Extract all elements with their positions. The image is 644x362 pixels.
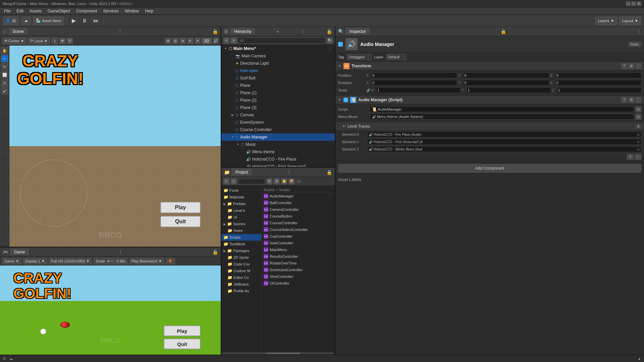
sun-gizmo[interactable]: ☀ [187, 38, 193, 44]
translate-gizmo[interactable]: ⊕ [165, 38, 171, 44]
hierarchy-canvas[interactable]: ▶ ⬡ Canvas [221, 111, 335, 119]
menu-music-target-btn[interactable]: ⊙ [635, 114, 641, 120]
hierarchy-fire-place[interactable]: 🔊 HoliznaCCO - Fire Place [221, 156, 335, 163]
rotate-tool[interactable]: ↻ [67, 38, 73, 44]
project-packages-icon[interactable]: 📦 [288, 178, 294, 184]
project-search-input[interactable] [238, 178, 265, 184]
file-results[interactable]: C# ResultsController [262, 253, 335, 260]
audio-toggle[interactable]: 🔊 [213, 38, 219, 44]
hierarchy-menu-button[interactable]: ⋮ [301, 29, 305, 34]
object-name[interactable]: Audio Manager [360, 42, 625, 47]
hierarchy-plane-3[interactable]: ⬡ Plane (3) [221, 104, 335, 111]
folder-materials[interactable]: 📁 Materials [221, 194, 261, 200]
step-button[interactable]: ⏭ [91, 18, 101, 24]
menu-window[interactable]: Window [122, 8, 142, 14]
cloud-button[interactable]: ☁ [21, 16, 31, 25]
element-1-del[interactable]: ⊙ [637, 140, 640, 144]
scene-options[interactable]: ⋮ [328, 47, 332, 51]
effects-gizmo[interactable]: ✦ [195, 38, 201, 44]
game-quit-button[interactable]: Quit [164, 339, 201, 349]
audio-manager-component-header[interactable]: ▼ ✓ 📜 Audio Manager (Script) ? ⚙ ⋮ [335, 96, 644, 104]
audio-manager-settings-btn[interactable]: ⚙ [628, 97, 634, 103]
folder-textmesh[interactable]: 📁 TextMesh [221, 241, 261, 247]
project-lock-button[interactable]: 🔒 [326, 170, 332, 175]
resolution-dropdown[interactable]: Full HD (644x362) ▼ [49, 258, 92, 264]
scale-control[interactable]: Scale ●── 0.38x [93, 258, 128, 264]
scale-z-input[interactable] [557, 87, 641, 93]
transform-component-header[interactable]: ▼ ⊞ Transform ? ⚙ ⋮ [335, 62, 644, 70]
hierarchy-add-button[interactable]: + [276, 29, 279, 34]
file-course-select[interactable]: C# CourseSelectController [262, 226, 335, 233]
project-add-icon[interactable]: + [223, 178, 229, 184]
game-source-dropdown[interactable]: Game ▼ [2, 258, 21, 264]
menu-services[interactable]: Services [100, 8, 121, 14]
folder-holes[interactable]: 📁 Holes [221, 227, 261, 234]
element-2-source[interactable]: 🔊 HoliznaCCO - Winter Blues (Aud ⊙ [367, 146, 641, 152]
play-button[interactable]: ▶ [70, 17, 78, 24]
audio-manager-help-btn[interactable]: ? [621, 97, 627, 103]
display-dropdown[interactable]: Display 1 ▼ [23, 258, 47, 264]
rotation-y-input[interactable] [463, 80, 549, 86]
transform-help-btn[interactable]: ? [621, 63, 627, 69]
level-tracks-add-btn[interactable]: + [627, 154, 634, 160]
rotate-gizmo[interactable]: ◎ [172, 38, 178, 44]
file-ui-controller[interactable]: C# UIController [262, 280, 335, 287]
inspector-menu-button[interactable]: ⋮ [637, 29, 641, 34]
project-tab[interactable]: Project [232, 169, 252, 175]
script-target-btn[interactable]: ⊙ [635, 106, 641, 112]
game-play-button[interactable]: Play [164, 325, 201, 336]
scene-lock-button[interactable]: 🔒 [212, 29, 218, 34]
layout-dropdown[interactable]: Layout ▼ [619, 16, 641, 25]
hierarchy-golf-ball[interactable]: ⬡ Golf Ball [221, 74, 335, 82]
menu-help[interactable]: Help [142, 8, 156, 14]
project-star-icon[interactable]: ⭐ [281, 178, 287, 184]
hierarchy-plane-1[interactable]: ⬡ Plane (1) [221, 89, 335, 97]
tag-dropdown[interactable]: Untagged [347, 54, 372, 60]
hierarchy-tab[interactable]: Hierarchy [230, 28, 255, 35]
2d-button[interactable]: 2D [202, 38, 211, 44]
scale-x-input[interactable] [376, 87, 461, 93]
position-z-input[interactable] [555, 72, 641, 78]
scene-menu-button[interactable]: ⋮ [118, 29, 122, 34]
pause-button[interactable]: ⏸ [80, 18, 89, 24]
folder-code-cov[interactable]: 📁 Code Cov [221, 261, 261, 267]
project-filter-icon[interactable]: ≡ [231, 178, 237, 184]
project-scrollbar-thumb[interactable] [267, 353, 300, 354]
menu-gameobject[interactable]: GameObject [45, 8, 73, 14]
position-y-input[interactable] [463, 72, 549, 78]
folder-scenes[interactable]: ▶ 📁 Scenes [221, 221, 261, 227]
level-tracks-header[interactable]: ▼ Level Tracks 3 [335, 122, 644, 131]
hierarchy-audio-manager[interactable]: ▼ ⬡ Audio Manager [221, 133, 335, 141]
menu-music-value[interactable]: 🔊 Menu theme (Audio Source) [370, 114, 634, 120]
hierarchy-plane[interactable]: ⬡ Plane [221, 82, 335, 89]
hierarchy-filter-icon[interactable]: ≡ [231, 38, 237, 44]
file-shot-controller[interactable]: C# ShotController [262, 273, 335, 280]
file-course-controller[interactable]: C# CourseController [262, 220, 335, 226]
folder-2d-sprite[interactable]: 📁 2D Sprite [221, 254, 261, 261]
folder-level-k[interactable]: 📁 Level k [221, 207, 261, 214]
hierarchy-hole-open[interactable]: ⬡ hole-open [221, 67, 335, 74]
hierarchy-main-camera[interactable]: 📷 Main Camera [221, 52, 335, 60]
project-menu-button[interactable]: ⋮ [287, 170, 291, 175]
position-x-input[interactable] [371, 72, 457, 78]
folder-custom-m[interactable]: 📁 Custom M [221, 267, 261, 274]
folder-fonts[interactable]: 📁 Fonts [221, 187, 261, 194]
hierarchy-search-icon[interactable]: 🔍 [327, 38, 333, 44]
minimize-button[interactable]: ─ [626, 1, 631, 6]
folder-prefabs[interactable]: ▶ 📁 Prefabs [221, 200, 261, 207]
hierarchy-directional-light[interactable]: ☀ Directional Light [221, 60, 335, 67]
project-scrollbar[interactable] [221, 352, 335, 355]
layers-dropdown[interactable]: Layers ▼ [595, 16, 617, 25]
element-0-del[interactable]: ⊙ [637, 133, 640, 136]
script-value[interactable]: 📜 AudioManager [370, 106, 634, 112]
game-tab[interactable]: Game [10, 249, 29, 255]
scene-tab[interactable]: Scene [9, 28, 28, 35]
status-icon-2[interactable]: ☁ [9, 356, 13, 361]
file-cup-controller[interactable]: C# CupController [262, 233, 335, 240]
file-scorecard[interactable]: C# ScorecardController [262, 266, 335, 273]
layer-dropdown[interactable]: Default [386, 54, 407, 60]
inspector-lock-button[interactable]: 🔒 [500, 29, 506, 34]
object-enable-checkbox[interactable]: ✓ [338, 42, 343, 47]
play-maximized-dropdown[interactable]: Play Maximized ▼ [129, 258, 164, 264]
maximize-button[interactable]: □ [631, 1, 636, 6]
